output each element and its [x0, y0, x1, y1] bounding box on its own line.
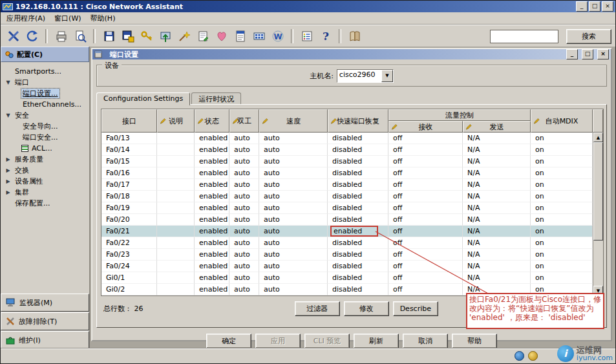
cell-receive[interactable]: off — [388, 191, 463, 202]
cell-speed[interactable]: auto — [259, 284, 328, 295]
cell-automdix[interactable]: on — [531, 272, 593, 284]
cell-interface[interactable]: Fa0/22 — [101, 237, 157, 249]
cell-duplex[interactable]: auto — [229, 202, 259, 214]
health-icon[interactable] — [213, 28, 230, 45]
cell-speed[interactable]: auto — [259, 261, 328, 272]
cell-interface[interactable]: Fa0/23 — [101, 249, 157, 261]
sidebar-item-smartports[interactable]: Smartports... — [1, 66, 89, 77]
cell-portfast[interactable]: disabled — [328, 202, 388, 214]
cell-status[interactable]: enabled — [195, 284, 229, 295]
cell-description[interactable] — [157, 284, 195, 295]
column-header-receive[interactable]: 接收 — [388, 121, 463, 133]
cell-receive[interactable]: off — [388, 156, 463, 167]
table-row-Gi0/1[interactable]: Gi0/1enabledautoautodisabledoffN/Aon — [101, 272, 593, 284]
column-header-flowcontrol[interactable]: 流量控制 — [388, 109, 531, 121]
cell-duplex[interactable]: auto — [229, 272, 259, 284]
cell-status[interactable]: enabled — [195, 249, 229, 261]
table-row-Fa0/15[interactable]: Fa0/15enabledautoautodisabledoffN/Aon — [101, 156, 593, 167]
cell-speed[interactable]: auto — [259, 202, 328, 214]
table-row-Fa0/21[interactable]: Fa0/21enabledautoautoenabledoffN/Aon — [101, 226, 593, 237]
cell-interface[interactable]: Fa0/19 — [101, 202, 157, 214]
menu-applications[interactable]: 应用程序(A) — [2, 13, 50, 24]
sidebar-item-etherchannels[interactable]: EtherChannels... — [1, 99, 89, 110]
connect-icon[interactable] — [5, 28, 22, 45]
table-row-Fa0/19[interactable]: Fa0/19enabledautoautodisabledoffN/Aon — [101, 202, 593, 214]
sidebar-item-device-properties[interactable]: ▶设备属性 — [1, 176, 89, 187]
cell-interface[interactable]: Fa0/16 — [101, 167, 157, 179]
cell-interface[interactable]: Fa0/13 — [101, 133, 157, 144]
refresh-button[interactable]: 刷新 — [354, 334, 399, 348]
cell-status[interactable]: enabled — [195, 214, 229, 226]
cell-duplex[interactable]: auto — [229, 226, 259, 237]
cell-speed[interactable]: auto — [259, 179, 328, 191]
cell-interface[interactable]: Gi0/1 — [101, 272, 157, 284]
cell-automdix[interactable]: on — [531, 202, 593, 214]
front-panel-view-icon[interactable] — [250, 28, 268, 45]
cell-portfast[interactable]: disabled — [328, 156, 388, 167]
refresh-icon[interactable] — [23, 28, 41, 45]
cell-description[interactable] — [157, 191, 195, 202]
vertical-scrollbar[interactable]: ▲ ▼ — [593, 133, 603, 295]
column-header-status[interactable]: 状态 — [195, 109, 229, 133]
sidebar-item-qos[interactable]: ▶服务质量 — [1, 154, 89, 165]
cell-description[interactable] — [157, 237, 195, 249]
cell-send[interactable]: N/A — [463, 156, 531, 167]
cell-description[interactable] — [157, 226, 195, 237]
sidebar-item-cluster[interactable]: ▶集群 — [1, 187, 89, 198]
cell-description[interactable] — [157, 261, 195, 272]
help-icon[interactable]: ? — [317, 28, 334, 45]
sidebar-item-switching[interactable]: ▶交换 — [1, 165, 89, 176]
cell-description[interactable] — [157, 144, 195, 156]
column-header-description[interactable]: 说明 — [157, 109, 195, 133]
table-row-Fa0/14[interactable]: Fa0/14enabledautoautodisabledoffN/Aon — [101, 144, 593, 156]
cell-interface[interactable]: Fa0/20 — [101, 214, 157, 226]
cell-automdix[interactable]: on — [531, 167, 593, 179]
cell-automdix[interactable]: on — [531, 249, 593, 261]
table-row-Fa0/20[interactable]: Fa0/20enabledautoautodisabledoffN/Aon — [101, 214, 593, 226]
save-configuration-icon[interactable] — [100, 28, 118, 45]
cell-duplex[interactable]: auto — [229, 214, 259, 226]
column-header-portfast[interactable]: 快速端口恢复 — [328, 109, 388, 133]
cell-description[interactable] — [157, 249, 195, 261]
cell-send[interactable]: N/A — [463, 214, 531, 226]
cell-send[interactable]: N/A — [463, 249, 531, 261]
cell-automdix[interactable]: on — [531, 144, 593, 156]
cell-portfast[interactable]: disabled — [328, 191, 388, 202]
sidebar-item-port-security[interactable]: 端口安全... — [1, 132, 89, 143]
help-button[interactable]: 帮助 — [452, 334, 497, 348]
cell-description[interactable] — [157, 272, 195, 284]
table-row-Fa0/18[interactable]: Fa0/18enabledautoautodisabledoffN/Aon — [101, 191, 593, 202]
ok-button[interactable]: 确定 — [206, 334, 251, 348]
column-header-send[interactable]: 发送 — [463, 121, 531, 133]
cell-interface[interactable]: Gi0/2 — [101, 284, 157, 295]
sidebar-item-save-configuration[interactable]: 保存配置... — [1, 198, 89, 209]
cell-speed[interactable]: auto — [259, 237, 328, 249]
cell-portfast[interactable]: disabled — [328, 133, 388, 144]
cell-duplex[interactable]: auto — [229, 167, 259, 179]
cell-receive[interactable]: off — [388, 249, 463, 261]
cell-interface[interactable]: Fa0/14 — [101, 144, 157, 156]
table-row-Fa0/13[interactable]: Fa0/13enabledautoautodisabledoffN/Aon — [101, 133, 593, 144]
chevron-down-icon[interactable]: ▼ — [381, 70, 393, 82]
cell-speed[interactable]: auto — [259, 249, 328, 261]
sidebar-item-port-settings[interactable]: 端口设置... — [1, 88, 89, 99]
cell-description[interactable] — [157, 133, 195, 144]
cell-receive[interactable]: off — [388, 167, 463, 179]
cell-status[interactable]: enabled — [195, 202, 229, 214]
modify-button[interactable]: 修改 — [344, 301, 389, 316]
notes-icon[interactable] — [194, 28, 211, 45]
cell-duplex[interactable]: auto — [229, 144, 259, 156]
cell-speed[interactable]: auto — [259, 144, 328, 156]
cell-receive[interactable]: off — [388, 202, 463, 214]
cell-status[interactable]: enabled — [195, 156, 229, 167]
cell-description[interactable] — [157, 214, 195, 226]
cell-speed[interactable]: auto — [259, 156, 328, 167]
cell-speed[interactable]: auto — [259, 167, 328, 179]
print-icon[interactable] — [52, 28, 70, 45]
table-row-Fa0/17[interactable]: Fa0/17enabledautoautodisabledoffN/Aon — [101, 179, 593, 191]
menu-window[interactable]: 窗口(W) — [50, 13, 85, 24]
cell-send[interactable]: N/A — [463, 133, 531, 144]
cell-status[interactable]: enabled — [195, 226, 229, 237]
cell-send[interactable]: N/A — [463, 191, 531, 202]
child-close-button[interactable]: × — [597, 49, 609, 59]
